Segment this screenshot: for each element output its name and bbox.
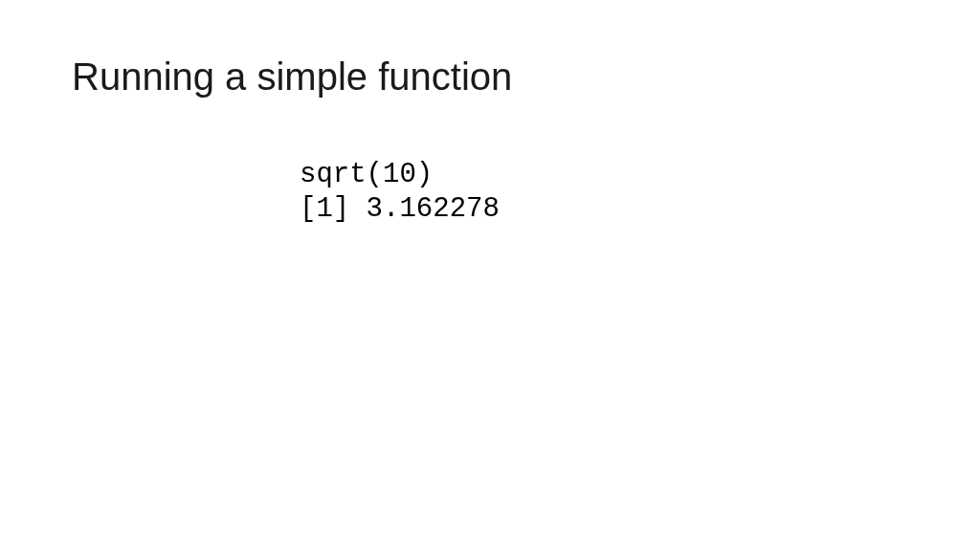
- code-input-line: sqrt(10): [300, 159, 433, 190]
- slide-title: Running a simple function: [72, 55, 512, 99]
- code-output-line: [1] 3.162278: [300, 193, 500, 225]
- code-block: sqrt(10) [1] 3.162278: [300, 158, 500, 226]
